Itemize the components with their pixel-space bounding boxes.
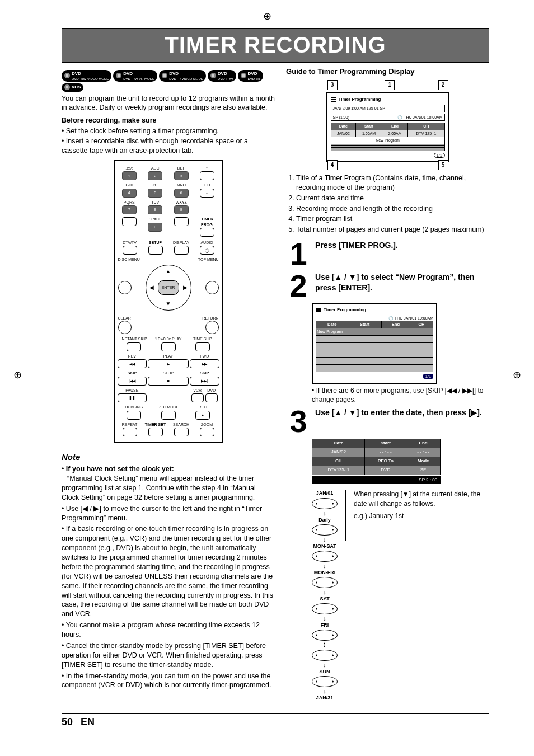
disc-menu-button bbox=[118, 281, 132, 294]
page-number: 50 bbox=[62, 716, 73, 728]
guide-item: Total number of pages and current page (… bbox=[296, 225, 489, 234]
arrow-down-icon: ▼ bbox=[166, 300, 171, 308]
badge-dvd-plus-r: DVDDVD +R bbox=[238, 70, 263, 82]
badge-dvd-rw-vr: DVDDVD -RW VR MODE bbox=[113, 70, 157, 82]
callout: 3 bbox=[327, 80, 338, 90]
guide-screen: 1 2 3 4 5 Timer Programming JAN/ 2/09 1:… bbox=[315, 80, 461, 170]
guide-item: Current date and time bbox=[296, 194, 489, 203]
step3-grid: Date Start End JAN/02 - - : - - - - : - … bbox=[312, 439, 441, 484]
date-flow: JAN/01 ↓ Daily ↓ MON-SAT ↓ MON-FRI ↓ SAT… bbox=[312, 490, 489, 701]
page-lang: EN bbox=[81, 716, 95, 728]
callout: 1 bbox=[385, 80, 395, 90]
callout: 5 bbox=[438, 160, 448, 170]
badge-dvd-r-video: DVDDVD -R VIDEO MODE bbox=[159, 70, 206, 82]
registration-mark-icon: ⊕ bbox=[261, 10, 273, 22]
step2-note: • If there are 6 or more programs, use [… bbox=[312, 386, 489, 404]
badge-dvd-rw-video: DVDDVD -RW VIDEO MODE bbox=[62, 70, 111, 82]
guide-item: Title of a Timer Program (Contains date,… bbox=[296, 173, 489, 192]
arrow-up-icon: ▲ bbox=[166, 267, 171, 275]
step-3: 3 Use [▲ / ▼] to enter the date, then pr… bbox=[286, 407, 489, 435]
format-badges: DVDDVD -RW VIDEO MODE DVDDVD -RW VR MODE… bbox=[62, 70, 275, 92]
guide-item: Recording mode and length of the recordi… bbox=[296, 204, 489, 214]
intro-text: You can program the unit to record up to… bbox=[62, 94, 275, 113]
before-heading: Before recording, make sure bbox=[62, 116, 275, 125]
guide-heading: Guide to Timer Programming Display bbox=[286, 67, 489, 77]
remote-illustration: .@/:1 ABC2 DEF3 ⌃ GHI4 JKL5 MNO6 CH⌄ PQR… bbox=[114, 160, 223, 443]
step-2: 2 Use [▲ / ▼] to select “New Program”, t… bbox=[286, 272, 489, 300]
guide-list: Title of a Timer Program (Contains date,… bbox=[286, 173, 489, 234]
ch-up-icon: ⌃ bbox=[205, 166, 209, 171]
nav-ring: ▲ ▼ ◀ ▶ ENTER bbox=[146, 265, 191, 311]
top-menu-button bbox=[205, 281, 219, 294]
registration-mark-icon: ⊕ bbox=[510, 369, 523, 381]
callout: 2 bbox=[438, 80, 448, 90]
registration-mark-icon: ⊕ bbox=[11, 369, 24, 381]
arrow-left-icon: ◀ bbox=[149, 284, 154, 292]
step-1: 1 Press [TIMER PROG.]. bbox=[286, 240, 489, 268]
guide-item: Timer program list bbox=[296, 214, 489, 224]
page-title: TIMER RECORDING bbox=[62, 28, 489, 63]
before-list: Set the clock before setting a timer pro… bbox=[62, 126, 275, 156]
enter-button: ENTER bbox=[158, 280, 179, 295]
badge-dvd-plus-rw: DVDDVD +RW bbox=[208, 70, 236, 82]
note-body: If you have not set the clock yet: “Manu… bbox=[62, 464, 275, 690]
callout: 4 bbox=[327, 160, 338, 170]
page-footer: 50 EN bbox=[62, 713, 489, 728]
badge-vhs: VHS bbox=[62, 83, 83, 92]
bars-icon bbox=[331, 97, 336, 102]
note-heading: Note bbox=[62, 450, 275, 463]
before-item: Insert a recordable disc with enough rec… bbox=[62, 137, 275, 156]
arrow-right-icon: ▶ bbox=[183, 284, 188, 292]
before-item: Set the clock before setting a timer pro… bbox=[62, 126, 275, 136]
step2-screen: Timer Programming 🕐 THU JAN/01 10:00AM D… bbox=[312, 303, 437, 384]
